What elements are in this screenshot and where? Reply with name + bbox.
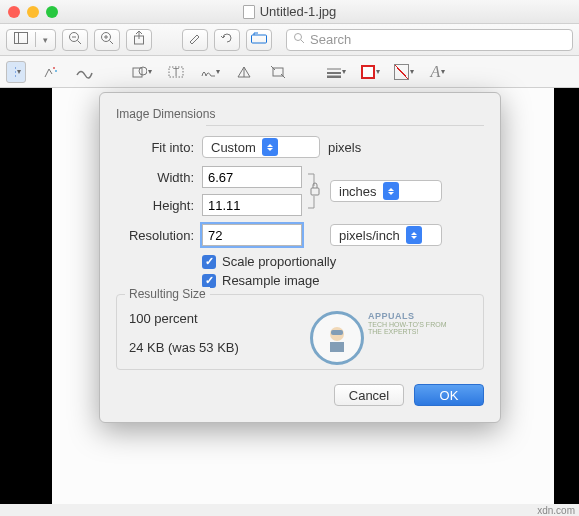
svg-rect-29 (311, 188, 319, 195)
svg-point-18 (139, 67, 147, 75)
resolution-unit-select[interactable]: pixels/inch (330, 224, 442, 246)
checkbox-checked-icon (202, 255, 216, 269)
search-icon (293, 32, 305, 47)
ok-button[interactable]: OK (414, 384, 484, 406)
size-unit-value: inches (339, 184, 377, 199)
highlight-icon (188, 31, 202, 48)
text-tool[interactable]: T (166, 62, 186, 82)
fit-into-value: Custom (211, 140, 256, 155)
view-mode-button[interactable]: ▾ (6, 29, 56, 51)
size-unit-select[interactable]: inches (330, 180, 442, 202)
svg-rect-17 (133, 68, 142, 77)
svg-point-12 (295, 34, 302, 41)
titlebar: Untitled-1.jpg (0, 0, 579, 24)
search-placeholder: Search (310, 32, 351, 47)
sign-tool[interactable]: ▾ (200, 62, 220, 82)
share-button[interactable] (126, 29, 152, 51)
width-label: Width: (116, 170, 194, 185)
adjust-color-tool[interactable] (234, 62, 254, 82)
share-icon (133, 31, 145, 48)
height-input[interactable] (202, 194, 302, 216)
svg-line-3 (78, 41, 82, 45)
zoom-in-icon (100, 31, 114, 48)
svg-line-6 (110, 41, 114, 45)
zoom-in-button[interactable] (94, 29, 120, 51)
svg-rect-11 (252, 35, 267, 43)
line-style-tool[interactable]: ▾ (326, 62, 346, 82)
resample-image-checkbox[interactable]: Resample image (202, 273, 484, 288)
main-toolbar: ▾ Search (0, 24, 579, 56)
rotate-button[interactable] (214, 29, 240, 51)
highlight-button[interactable] (182, 29, 208, 51)
scale-proportionally-label: Scale proportionally (222, 254, 336, 269)
svg-point-16 (55, 70, 57, 72)
adjust-size-tool[interactable] (268, 62, 288, 82)
resolution-label: Resolution: (116, 228, 194, 243)
fit-into-label: Fit into: (116, 140, 194, 155)
rotate-icon (220, 31, 234, 48)
zoom-out-button[interactable] (62, 29, 88, 51)
shapes-tool[interactable]: ▾ (132, 62, 152, 82)
lock-aspect-icon[interactable] (302, 170, 326, 212)
svg-rect-0 (15, 33, 28, 44)
select-arrows-icon (383, 182, 399, 200)
markup-icon (251, 32, 267, 47)
selection-tool[interactable]: ▾ (6, 61, 26, 83)
window-title: Untitled-1.jpg (0, 4, 579, 19)
red-square-icon (361, 65, 375, 79)
zoom-out-icon (68, 31, 82, 48)
window-title-text: Untitled-1.jpg (260, 4, 337, 19)
width-input[interactable] (202, 166, 302, 188)
border-color-tool[interactable]: ▾ (360, 62, 380, 82)
fit-into-select[interactable]: Custom (202, 136, 320, 158)
fit-into-unit: pixels (328, 140, 361, 155)
svg-text:T: T (173, 67, 179, 78)
height-label: Height: (116, 198, 194, 213)
section-resulting-size: Resulting Size (125, 287, 210, 301)
resulting-filesize: 24 KB (was 53 KB) (129, 340, 471, 355)
resolution-input[interactable] (202, 224, 302, 246)
markup-button[interactable] (246, 29, 272, 51)
select-arrows-icon (262, 138, 278, 156)
svg-line-13 (301, 40, 304, 43)
sketch-tool[interactable] (74, 62, 94, 82)
resulting-size-box: Resulting Size 100 percent 24 KB (was 53… (116, 294, 484, 370)
resulting-percent: 100 percent (129, 311, 471, 326)
cancel-button[interactable]: Cancel (334, 384, 404, 406)
sidebar-icon (7, 32, 36, 47)
resolution-unit-value: pixels/inch (339, 228, 400, 243)
checkbox-checked-icon (202, 274, 216, 288)
text-style-tool[interactable]: A▾ (428, 62, 448, 82)
no-fill-icon (394, 64, 409, 80)
chevron-down-icon: ▾ (36, 35, 55, 45)
fill-color-tool[interactable]: ▾ (394, 62, 414, 82)
scale-proportionally-checkbox[interactable]: Scale proportionally (202, 254, 484, 269)
svg-point-15 (53, 67, 55, 69)
search-field[interactable]: Search (286, 29, 573, 51)
markup-toolbar: ▾ ▾ T ▾ ▾ ▾ ▾ A▾ (0, 56, 579, 88)
image-dimensions-dialog: Image Dimensions Fit into: Custom pixels… (99, 92, 501, 423)
section-image-dimensions: Image Dimensions (116, 107, 484, 121)
instant-alpha-tool[interactable] (40, 62, 60, 82)
attribution-text: xdn.com (537, 505, 575, 516)
select-arrows-icon (406, 226, 422, 244)
resample-image-label: Resample image (222, 273, 320, 288)
file-icon (243, 5, 255, 19)
